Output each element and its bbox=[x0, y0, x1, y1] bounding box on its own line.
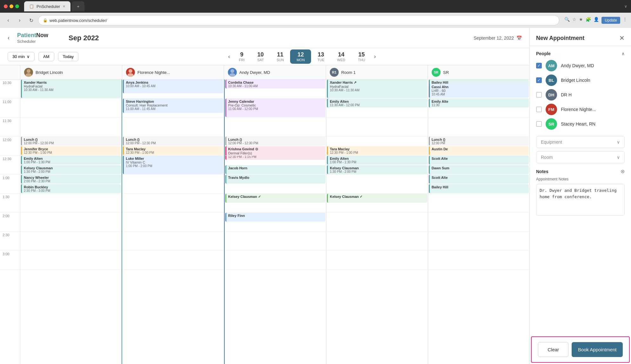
appt-block[interactable]: Robin Buckley 2:30 PM - 3:00 PM bbox=[21, 184, 121, 193]
appt-block[interactable]: Luke Miller IV Vitamin C 1:00 PM - 2:00 … bbox=[123, 156, 223, 174]
appt-block[interactable]: Kelsey Clausman 1:30 PM - 2:00 PM bbox=[327, 165, 427, 174]
day-tue[interactable]: 13 TUE bbox=[311, 49, 331, 64]
person-checkbox-stacey[interactable] bbox=[536, 121, 542, 127]
address-bar[interactable]: 🔒 web.patientnow.com/scheduler/ bbox=[38, 15, 559, 25]
appt-block[interactable]: Lunch () 12:00 PM bbox=[429, 137, 529, 146]
active-tab[interactable]: 📋 PnScheduler ✕ bbox=[24, 1, 70, 11]
appt-block[interactable]: Kelsey Clausman ✓ bbox=[327, 194, 427, 203]
day-thu[interactable]: 15 THU bbox=[352, 49, 372, 64]
appt-block[interactable]: Tara Maclay 12:30 PM - 1:00 PM bbox=[123, 146, 223, 155]
appt-block[interactable]: Xander Harris HydraFacial 10:30 AM - 11:… bbox=[21, 80, 121, 98]
update-btn[interactable]: Update bbox=[601, 17, 620, 24]
person-avatar-andy: AM bbox=[546, 60, 557, 71]
notes-sublabel: Appointment Notes bbox=[536, 177, 625, 181]
minimize-dot[interactable] bbox=[10, 4, 13, 8]
appt-block[interactable]: Xander Harris ↗ HydraFacial 10:30 AM - 1… bbox=[327, 80, 427, 98]
reload-btn[interactable]: ↻ bbox=[27, 16, 36, 25]
room-chevron-icon: ∨ bbox=[617, 155, 620, 160]
new-tab-btn[interactable]: + bbox=[72, 1, 84, 11]
room-dropdown[interactable]: Room ∨ bbox=[536, 151, 625, 163]
menu-icon[interactable]: ⋮ bbox=[623, 17, 627, 24]
appt-block[interactable]: Jenny Calendar Pre-Op: Cosmetic 11:00 AM… bbox=[225, 99, 325, 117]
appt-block[interactable]: Emily Alten 1:00 PM - 1:30 PM bbox=[327, 156, 427, 165]
today-button[interactable]: Today bbox=[58, 52, 79, 61]
time-gutter: 10:30 11:00 11:30 12:00 12:30 1:00 1:30 … bbox=[0, 80, 20, 364]
close-dot[interactable] bbox=[4, 4, 8, 8]
maximize-dot[interactable] bbox=[15, 4, 19, 8]
notes-textarea[interactable]: Dr. Dwyer and Bridget traveling home fro… bbox=[536, 184, 625, 216]
tab-close-icon[interactable]: ✕ bbox=[63, 4, 65, 9]
col-andy: Cordelia Chase 10:30 AM - 11:00 AM Jenny… bbox=[224, 80, 326, 364]
equipment-dropdown[interactable]: Equipment ∨ bbox=[536, 136, 625, 148]
provider-avatar-r1: R1 bbox=[330, 68, 339, 77]
notes-header: Notes ⊗ bbox=[536, 168, 625, 174]
interval-selector[interactable]: 30 min ∨ bbox=[8, 52, 35, 61]
bookmark-icon[interactable]: ☆ bbox=[572, 17, 576, 24]
appt-block[interactable]: Travis Mydlo bbox=[225, 175, 325, 184]
notes-clear-btn[interactable]: ⊗ bbox=[621, 168, 625, 174]
appt-block[interactable]: Lunch () 12:00 PM - 12:30 PM bbox=[225, 137, 325, 146]
panel-header: New Appointment ✕ bbox=[530, 28, 631, 46]
appt-block[interactable]: Scott Alte bbox=[429, 156, 529, 165]
people-list: AM Andy Dwyer, MD BL Bridget Lincoln DH … bbox=[536, 60, 625, 130]
day-fri[interactable]: 9 FRI bbox=[233, 49, 251, 64]
provider-avatar-bl bbox=[24, 68, 33, 77]
day-mon[interactable]: 12 MON bbox=[290, 49, 311, 64]
col-room1: Xander Harris ↗ HydraFacial 10:30 AM - 1… bbox=[326, 80, 428, 364]
provider-name-r1: Room 1 bbox=[341, 70, 356, 75]
provider-name-ad: Andy Dwyer, MD bbox=[239, 70, 270, 75]
appt-block[interactable]: Cordelia Chase 10:30 AM - 11:00 AM bbox=[225, 80, 325, 88]
back-button[interactable]: ‹ bbox=[8, 35, 10, 41]
app-subtitle: Scheduler bbox=[17, 39, 48, 44]
appt-block[interactable]: Jennifer Bryce 12:30 PM - 1:00 PM bbox=[21, 146, 121, 155]
provider-row: Bridget Lincoln Florence Nighte... Andy … bbox=[0, 65, 529, 80]
day-sat[interactable]: 10 SAT bbox=[251, 49, 270, 64]
forward-nav-btn[interactable]: › bbox=[15, 16, 24, 25]
person-item-drh: DH DR H bbox=[536, 89, 625, 101]
appt-block[interactable]: Lunch () 12:00 PM - 12:30 PM bbox=[21, 137, 121, 146]
appt-block[interactable]: Steve Harrington Consult: Hair Replaceme… bbox=[123, 99, 223, 113]
appt-block[interactable]: Emily Alten 1:00 PM - 1:30 PM bbox=[21, 156, 121, 165]
header-date: September 12, 2022 📅 bbox=[474, 36, 522, 41]
appt-block[interactable]: Krishna Govind ⊙ Dermal Filler(s) 12:30 … bbox=[225, 146, 325, 160]
panel-close-btn[interactable]: ✕ bbox=[619, 34, 625, 42]
appt-block[interactable]: Scott Alte bbox=[429, 175, 529, 184]
appt-block[interactable]: Dawn Sum bbox=[429, 165, 529, 174]
day-columns: Xander Harris HydraFacial 10:30 AM - 11:… bbox=[20, 80, 529, 364]
book-appointment-button[interactable]: Book Appointment bbox=[572, 342, 623, 357]
appt-block[interactable]: Emily Alten 11:30 AM - 12:00 PM bbox=[327, 99, 427, 107]
appt-block[interactable]: Anya Jenkins 10:00 AM - 10:45 AM bbox=[123, 80, 223, 93]
person-checkbox-andy[interactable] bbox=[536, 63, 542, 68]
appt-block[interactable]: Jacob Horn bbox=[225, 165, 325, 174]
star-icon[interactable]: ★ bbox=[579, 17, 583, 24]
day-wed[interactable]: 14 WED bbox=[331, 49, 352, 64]
calendar-icon[interactable]: 📅 bbox=[516, 36, 522, 41]
extensions-icon[interactable]: 🧩 bbox=[586, 17, 591, 24]
search-icon[interactable]: 🔍 bbox=[564, 17, 570, 24]
appt-block[interactable]: Riley Finn bbox=[225, 213, 325, 222]
appt-block[interactable]: Emily Alte 11:30 bbox=[429, 99, 529, 107]
person-item-andy: AM Andy Dwyer, MD bbox=[536, 60, 625, 71]
person-checkbox-florence[interactable] bbox=[536, 107, 542, 112]
back-nav-btn[interactable]: ‹ bbox=[4, 16, 13, 25]
appt-block[interactable]: Kelsey Clausman 1:30 PM - 2:00 PM bbox=[21, 165, 121, 174]
appt-block[interactable]: Tara Maclay 12:30 PM - 1:00 PM bbox=[327, 146, 427, 155]
svg-point-0 bbox=[27, 69, 30, 73]
appt-block[interactable]: Bailey Hill bbox=[429, 184, 529, 193]
appt-block[interactable]: Kelsey Clausman ✓ bbox=[225, 194, 325, 203]
appt-block[interactable]: Austin De bbox=[429, 146, 529, 155]
person-checkbox-bridget[interactable] bbox=[536, 77, 542, 83]
day-sun[interactable]: 11 SUN bbox=[270, 49, 290, 64]
panel-body: People ∧ AM Andy Dwyer, MD BL Bridget Li… bbox=[530, 46, 631, 335]
period-selector[interactable]: AM bbox=[38, 52, 54, 61]
appt-block[interactable]: Cassi Ahn LHR - 60 10:45 AM bbox=[429, 84, 529, 98]
appt-block[interactable]: Nancy Wheeler 2:00 PM - 2:30 PM bbox=[21, 175, 121, 184]
appt-block[interactable]: Lunch () 12:00 PM - 12:30 PM bbox=[123, 137, 223, 146]
next-week-btn[interactable]: › bbox=[371, 52, 378, 61]
col-florence: Anya Jenkins 10:00 AM - 10:45 AM Steve H… bbox=[122, 80, 224, 364]
people-chevron-icon[interactable]: ∧ bbox=[621, 51, 625, 56]
profile-icon[interactable]: 👤 bbox=[594, 17, 599, 24]
prev-week-btn[interactable]: ‹ bbox=[226, 52, 233, 61]
clear-button[interactable]: Clear bbox=[538, 342, 568, 357]
person-checkbox-drh[interactable] bbox=[536, 92, 542, 98]
